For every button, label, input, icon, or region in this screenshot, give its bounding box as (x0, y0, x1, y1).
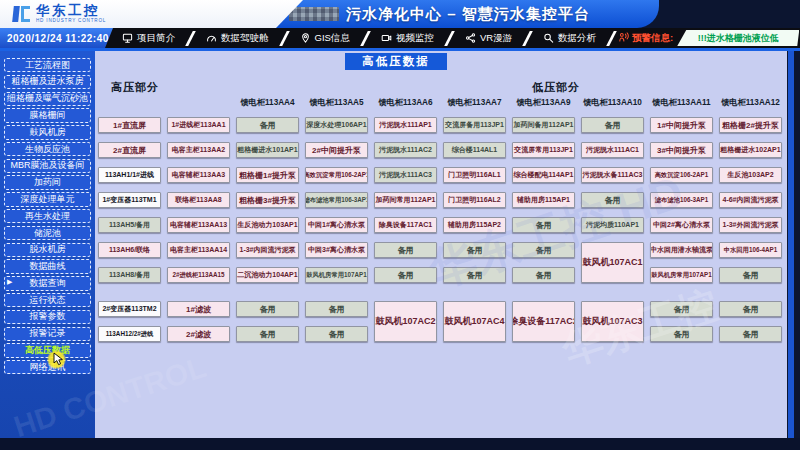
sidebar-item-11[interactable]: 储泥池 (4, 226, 91, 240)
menu-item-6[interactable]: 数据分析 (534, 32, 605, 45)
power-cell[interactable]: 生反池动力103AP1 (236, 217, 299, 233)
power-cell[interactable]: 电容辅柜113AA13 (167, 217, 230, 233)
power-cell[interactable]: 113AH6/联络 (98, 242, 161, 258)
power-cell[interactable]: 备用 (719, 326, 782, 342)
sidebar-item-15[interactable]: 运行状态 (4, 293, 91, 307)
sidebar-item-12[interactable]: 脱水机房 (4, 243, 91, 257)
power-cell[interactable]: 备用 (236, 117, 299, 133)
power-cell[interactable]: 备用 (374, 267, 437, 283)
power-cell[interactable]: 113AH1/1#进线 (98, 167, 161, 183)
power-cell[interactable]: 污泥脱水备111AC3 (581, 167, 644, 183)
power-cell[interactable]: 综合楼114AL1 (443, 142, 506, 158)
power-cell[interactable]: 113AH12/2#进线 (98, 326, 161, 342)
power-cell[interactable]: 除臭设备117AC1 (374, 217, 437, 233)
power-cell[interactable]: 鼓风机107AC2 (374, 301, 437, 342)
power-cell[interactable]: 污泥脱水111AC3 (374, 167, 437, 183)
power-cell[interactable]: 备用 (650, 326, 713, 342)
power-cell[interactable]: 2#直流屏 (98, 142, 161, 158)
power-cell[interactable]: 高效沉淀106-2AP1 (650, 167, 713, 183)
power-cell[interactable]: 粗格栅1#提升泵 (236, 167, 299, 183)
power-cell[interactable]: 除臭设备117AC2 (512, 301, 575, 342)
sidebar-item-3[interactable]: 细格栅及曝气沉砂池 (4, 92, 91, 106)
power-cell[interactable]: 门卫照明116AL1 (443, 167, 506, 183)
power-cell[interactable]: 备用 (305, 301, 368, 317)
power-cell[interactable]: 加药间常用112AP1 (374, 192, 437, 208)
power-cell[interactable]: 粗格栅进水101AP1 (236, 142, 299, 158)
power-cell[interactable]: 1#进线柜113AA1 (167, 117, 230, 133)
power-cell[interactable]: 污泥脱水111AC2 (374, 142, 437, 158)
power-cell[interactable]: 113AH8/备用 (98, 267, 161, 283)
sidebar-item-14[interactable]: ▶数据查询 (4, 276, 91, 290)
power-cell[interactable]: 综合楼配电114AP1 (512, 167, 575, 183)
power-cell[interactable]: 中回1#离心清水泵 (305, 217, 368, 233)
sidebar-item-4[interactable]: 膜格栅间 (4, 108, 91, 122)
power-cell[interactable]: 门卫照明116AL2 (443, 192, 506, 208)
power-cell[interactable]: 鼓风机房常用107AP1 (650, 267, 713, 283)
sidebar-item-5[interactable]: 鼓风机房 (4, 125, 91, 139)
power-cell[interactable]: 中回2#离心清水泵 (650, 217, 713, 233)
power-cell[interactable]: 2#变压器113TM2 (98, 301, 161, 317)
power-cell[interactable]: 鼓风机107AC1 (581, 242, 644, 283)
power-cell[interactable]: 电容辅柜113AA3 (167, 167, 230, 183)
menu-item-5[interactable]: VR漫游 (456, 32, 521, 45)
power-cell[interactable]: 2#滤波 (167, 326, 230, 342)
power-cell[interactable]: 2#进线柜113AA15 (167, 267, 230, 283)
sidebar-item-10[interactable]: 再生水处理 (4, 209, 91, 223)
sidebar-item-9[interactable]: 深度处理单元 (4, 192, 91, 206)
power-cell[interactable]: 滤布滤池常用106-3AP1 (305, 192, 368, 208)
power-cell[interactable]: 2#中间提升泵 (305, 142, 368, 158)
power-cell[interactable]: 粗格栅进水102AP1 (719, 142, 782, 158)
power-cell[interactable]: 4-6#内回流污泥泵 (719, 192, 782, 208)
sidebar-item-1[interactable]: 工艺流程图 (4, 58, 91, 72)
power-cell[interactable]: 1#滤波 (167, 301, 230, 317)
power-cell[interactable]: 备用 (719, 267, 782, 283)
sidebar-item-17[interactable]: 报警记录 (4, 327, 91, 341)
power-cell[interactable]: 备用 (719, 301, 782, 317)
power-cell[interactable]: 污泥均质110AP1 (581, 217, 644, 233)
power-cell[interactable]: 备用 (512, 267, 575, 283)
power-cell[interactable]: 二沉池动力104AP1 (236, 267, 299, 283)
power-cell[interactable]: 污泥脱水111AP1 (374, 117, 437, 133)
power-cell[interactable]: 1#直流屏 (98, 117, 161, 133)
alarm-message[interactable]: !!!进水格栅池液位低 (677, 30, 799, 46)
power-cell[interactable]: 中回3#离心清水泵 (305, 242, 368, 258)
sidebar-item-8[interactable]: 加药间 (4, 175, 91, 189)
menu-item-4[interactable]: 视频监控 (372, 32, 443, 45)
power-cell[interactable]: 污泥脱水111AC1 (581, 142, 644, 158)
power-cell[interactable]: 备用 (581, 192, 644, 208)
power-cell[interactable]: 生反池103AP2 (719, 167, 782, 183)
power-cell[interactable]: 电容主柜113AA2 (167, 142, 230, 158)
power-cell[interactable]: 备用 (236, 326, 299, 342)
menu-item-2[interactable]: 数据驾驶舱 (197, 32, 278, 45)
power-cell[interactable]: 备用 (512, 217, 575, 233)
menu-item-3[interactable]: GIS信息 (291, 32, 359, 45)
power-cell[interactable]: 113AH5/备用 (98, 217, 161, 233)
power-cell[interactable]: 中水回用106-4AP1 (719, 242, 782, 258)
power-cell[interactable]: 鼓风机107AC4 (443, 301, 506, 342)
sidebar-item-13[interactable]: 数据曲线 (4, 259, 91, 273)
power-cell[interactable]: 加药间备用112AP1 (512, 117, 575, 133)
power-cell[interactable]: 3#中间提升泵 (650, 142, 713, 158)
power-cell[interactable]: 备用 (374, 242, 437, 258)
power-cell[interactable]: 备用 (443, 242, 506, 258)
power-cell[interactable]: 联络柜113AA8 (167, 192, 230, 208)
power-cell[interactable]: 粗格栅2#提升泵 (719, 117, 782, 133)
power-cell[interactable]: 1-3#外回流污泥泵 (719, 217, 782, 233)
power-cell[interactable]: 备用 (512, 242, 575, 258)
power-cell[interactable]: 滤布滤池106-3AP1 (650, 192, 713, 208)
power-cell[interactable]: 交流屏常用113JP1 (512, 142, 575, 158)
power-cell[interactable]: 粗格栅3#提升泵 (236, 192, 299, 208)
power-cell[interactable]: 高效沉淀常用106-2AP1 (305, 167, 368, 183)
power-cell[interactable]: 交流屏备用113JP1 (443, 117, 506, 133)
power-cell[interactable]: 辅助用房115AP2 (443, 217, 506, 233)
sidebar-item-7[interactable]: MBR膜池及设备间 (4, 159, 91, 173)
power-cell[interactable]: 1#中间提升泵 (650, 117, 713, 133)
sidebar-item-6[interactable]: 生物反应池 (4, 142, 91, 156)
sidebar-item-16[interactable]: 报警参数 (4, 310, 91, 324)
power-cell[interactable]: 1-3#内回流污泥泵 (236, 242, 299, 258)
power-cell[interactable]: 中水回用潜水轴流泵 (650, 242, 713, 258)
power-cell[interactable]: 鼓风机107AC3 (581, 301, 644, 342)
power-cell[interactable]: 辅助用房115AP1 (512, 192, 575, 208)
power-cell[interactable]: 1#变压器113TM1 (98, 192, 161, 208)
power-cell[interactable]: 电容主柜113AA14 (167, 242, 230, 258)
